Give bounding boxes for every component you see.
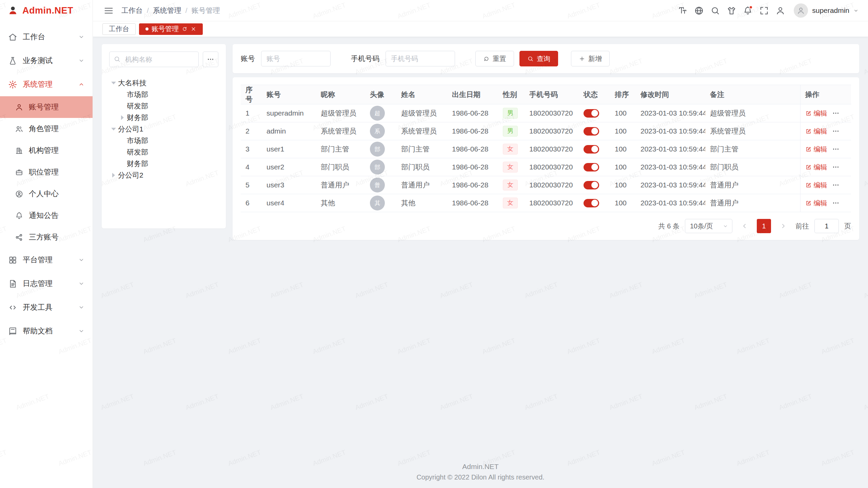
edit-button[interactable]: 编辑 <box>805 163 827 172</box>
search-button[interactable] <box>709 4 721 17</box>
sidebar-item-third-party-account[interactable]: 三方账号 <box>0 226 93 248</box>
tree-node[interactable]: 分公司2 <box>109 169 218 181</box>
cell-account: superadmin <box>262 104 316 122</box>
tree-node[interactable]: 财务部 <box>109 158 218 169</box>
tab-workbench[interactable]: 工作台 <box>102 23 136 35</box>
edit-button[interactable]: 编辑 <box>805 109 827 118</box>
sidebar-item-platform-management[interactable]: 平台管理 <box>0 248 93 272</box>
notification-button[interactable] <box>742 4 754 17</box>
query-button[interactable]: 查询 <box>519 51 558 66</box>
edit-button[interactable]: 编辑 <box>805 145 827 154</box>
status-toggle[interactable] <box>584 181 599 189</box>
phone-filter-input[interactable] <box>386 51 455 66</box>
reset-button[interactable]: 重置 <box>475 51 514 66</box>
hamburger-icon <box>104 6 114 16</box>
add-button[interactable]: 新增 <box>571 51 610 66</box>
org-tree-panel: 大名科技 市场部 研发部 财务部 分公司1 市场部 研发部 财务部 分公司2 <box>102 44 226 228</box>
username-label[interactable]: superadmin <box>812 6 849 15</box>
sidebar-item-system-management[interactable]: 系统管理 <box>0 73 93 96</box>
cell-phone: 18020030720 <box>525 104 579 122</box>
status-toggle[interactable] <box>584 163 599 171</box>
sidebar-item-notice[interactable]: 通知公告 <box>0 205 93 226</box>
status-toggle[interactable] <box>584 145 599 154</box>
col-phone: 手机号码 <box>525 85 579 104</box>
close-icon[interactable] <box>191 26 196 32</box>
avatar: 超 <box>370 106 385 121</box>
chevron-left-icon <box>742 223 748 229</box>
status-toggle[interactable] <box>584 199 599 207</box>
accounts-table: 序号 账号 昵称 头像 姓名 出生日期 性别 手机号码 状态 排序 <box>241 85 851 212</box>
cell-nickname: 部门职员 <box>316 158 365 176</box>
tree-node[interactable]: 研发部 <box>109 100 218 112</box>
theme-button[interactable] <box>725 4 737 17</box>
status-toggle[interactable] <box>584 127 599 136</box>
gender-badge: 女 <box>503 180 518 190</box>
row-more-button[interactable] <box>832 145 840 153</box>
edit-button[interactable]: 编辑 <box>805 199 827 208</box>
logo[interactable]: Admin.NET <box>0 0 93 21</box>
cell-name: 普通用户 <box>396 176 447 194</box>
sidebar-item-account-management[interactable]: 账号管理 <box>0 96 93 118</box>
user-avatar[interactable] <box>794 3 808 18</box>
row-more-button[interactable] <box>832 127 840 135</box>
collapse-menu-button[interactable] <box>102 4 115 17</box>
cell-actions: 编辑 <box>800 194 851 212</box>
tree-caret-icon <box>109 79 118 87</box>
tree-node[interactable]: 大名科技 <box>109 77 218 89</box>
account-filter-input[interactable] <box>261 51 331 66</box>
org-more-button[interactable] <box>203 52 218 67</box>
tree-node[interactable]: 市场部 <box>109 89 218 100</box>
cell-actions: 编辑 <box>800 176 851 194</box>
table-row: 3user1部门主管部部门主管1986-06-28女18020030720100… <box>241 140 851 158</box>
bell-icon <box>15 211 23 220</box>
tree-node[interactable]: 分公司1 <box>109 123 218 135</box>
sidebar-item-dev-tools[interactable]: 开发工具 <box>0 296 93 319</box>
refresh-icon[interactable] <box>182 26 188 32</box>
cell-actions: 编辑 <box>800 104 851 122</box>
edit-button[interactable]: 编辑 <box>805 181 827 190</box>
plus-icon <box>579 56 585 62</box>
next-page-button[interactable] <box>776 219 790 233</box>
language-button[interactable] <box>693 4 705 17</box>
chevron-down-icon <box>723 224 728 229</box>
breadcrumb-item[interactable]: 工作台 <box>121 6 143 15</box>
building-icon <box>15 146 23 155</box>
cell-status <box>579 158 610 176</box>
edit-button[interactable]: 编辑 <box>805 127 827 136</box>
sidebar-item-log-management[interactable]: 日志管理 <box>0 272 93 296</box>
sidebar-item-help-docs[interactable]: 帮助文档 <box>0 319 93 343</box>
ellipsis-icon <box>832 109 840 117</box>
row-more-button[interactable] <box>832 181 840 189</box>
page-number-button[interactable]: 1 <box>757 219 771 233</box>
search-icon <box>710 6 720 16</box>
breadcrumb-item-current: 账号管理 <box>192 6 220 15</box>
sidebar-item-workbench[interactable]: 工作台 <box>0 25 93 49</box>
tree-node[interactable]: 财务部 <box>109 112 218 123</box>
status-toggle[interactable] <box>584 109 599 118</box>
sidebar-item-role-management[interactable]: 角色管理 <box>0 118 93 140</box>
tab-account-management[interactable]: 账号管理 <box>139 23 203 35</box>
tree-node[interactable]: 研发部 <box>109 146 218 158</box>
font-size-button[interactable] <box>676 4 689 17</box>
fullscreen-button[interactable] <box>758 4 770 17</box>
sidebar-item-post-management[interactable]: 职位管理 <box>0 161 93 183</box>
user-menu-chevron-icon[interactable] <box>853 8 859 13</box>
page-size-select[interactable]: 10条/页 <box>685 219 732 233</box>
sidebar-item-business-test[interactable]: 业务测试 <box>0 49 93 73</box>
prev-page-button[interactable] <box>738 219 751 233</box>
sidebar-item-personal-center[interactable]: 个人中心 <box>0 183 93 205</box>
row-more-button[interactable] <box>832 163 840 171</box>
col-status: 状态 <box>579 85 610 104</box>
breadcrumb-item[interactable]: 系统管理 <box>153 6 181 15</box>
goto-page-input[interactable] <box>814 219 839 233</box>
row-more-button[interactable] <box>832 199 840 207</box>
row-more-button[interactable] <box>832 109 840 117</box>
edit-icon <box>805 110 812 117</box>
cell-remark: 超级管理员 <box>705 104 800 122</box>
cell-avatar: 其 <box>365 194 396 212</box>
org-search-input[interactable] <box>109 52 199 67</box>
profile-button[interactable] <box>774 4 786 17</box>
sidebar-item-org-management[interactable]: 机构管理 <box>0 140 93 161</box>
tree-node[interactable]: 市场部 <box>109 135 218 146</box>
main-area: 工作台 / 系统管理 / 账号管理 <box>93 0 868 488</box>
